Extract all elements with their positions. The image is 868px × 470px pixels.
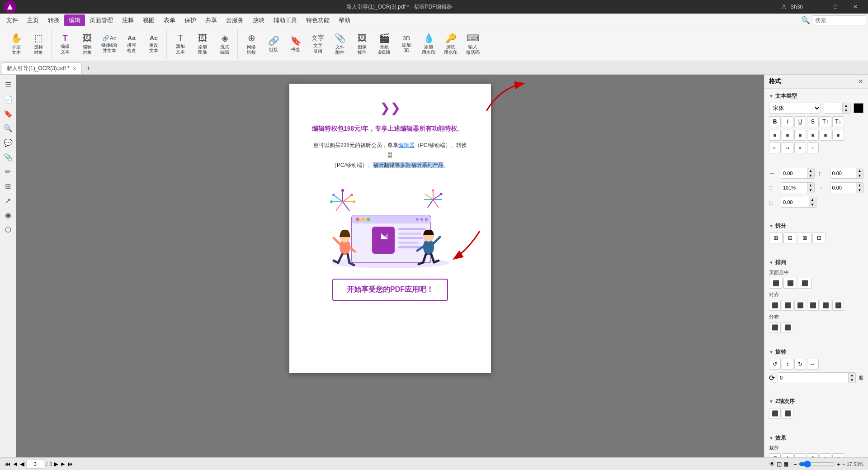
extra-up[interactable]: ▲ [809, 197, 816, 202]
crop-btn-5[interactable]: ⊞ [820, 453, 831, 457]
indent-button[interactable]: ↤ [769, 142, 781, 153]
align-btn-5[interactable]: ⬛ [820, 300, 831, 311]
maximize-button[interactable]: □ [826, 0, 844, 13]
last-page-button[interactable]: ⏭ [68, 461, 74, 467]
activate-button[interactable]: ⌨ 输入激活码 [462, 31, 484, 57]
test-watermark-button[interactable]: 🔑 测试用水印 [440, 31, 462, 57]
rotate-ccw[interactable]: ↺ [769, 359, 781, 370]
canvas-area[interactable]: ❯❯ 编辑特权包198元/年，专享上述编辑器所有功能特权。 更可以购买238元的… [16, 75, 764, 457]
split-btn-4[interactable]: ⊡ [812, 233, 826, 243]
split-btn-3[interactable]: ⊠ [798, 233, 811, 243]
indent-down[interactable]: ▼ [807, 173, 814, 178]
italic-button[interactable]: I [782, 116, 793, 127]
scale-up[interactable]: ▲ [807, 183, 814, 188]
image-mark-button[interactable]: 🖼 图像标注 [351, 31, 373, 57]
attachment-button[interactable]: 📎 文件附件 [329, 31, 351, 57]
first-page-button[interactable]: ⏮ [5, 461, 10, 467]
indent-value[interactable] [781, 168, 807, 178]
link-button[interactable]: 🔗 链接 [263, 31, 284, 57]
menu-special[interactable]: 特色功能 [302, 14, 334, 26]
comment-panel-button[interactable]: 💬 [2, 136, 14, 149]
bold-button[interactable]: B [769, 116, 781, 127]
distribute-h[interactable]: ⬛ [769, 322, 781, 333]
extra-value[interactable] [781, 197, 809, 207]
watermark-button[interactable]: 💧 添加用水印 [418, 31, 439, 57]
select-tool-button[interactable]: ⬚ 选择对象 [28, 31, 49, 57]
align-justify2-button[interactable]: ≡ [820, 130, 831, 141]
menu-present[interactable]: 放映 [248, 14, 269, 26]
next-page-button[interactable]: ▶ [54, 461, 58, 467]
menu-share[interactable]: 共享 [201, 14, 222, 26]
page-number-input[interactable] [26, 460, 44, 469]
indent-up[interactable]: ▲ [807, 168, 814, 173]
underline-button[interactable]: U [794, 116, 806, 127]
crop-btn-6[interactable]: ⊟ [832, 453, 844, 457]
text-ref-button[interactable]: 文字 文字引用 [307, 31, 329, 57]
distribute-v[interactable]: ⬛ [782, 322, 793, 333]
crop-btn-2[interactable]: ⬡ [782, 453, 793, 457]
scale-value[interactable] [781, 183, 807, 193]
crop-btn-3[interactable]: □ [794, 453, 806, 457]
spacing-down[interactable]: ▼ [856, 173, 863, 178]
close-button[interactable]: ✕ [846, 0, 864, 13]
link-merge-button[interactable]: 🔗Ac 链接&合并文本 [99, 31, 120, 57]
shift-down[interactable]: ▼ [856, 188, 863, 193]
align-btn-1[interactable]: ⬛ [769, 300, 781, 311]
flow-edit-button[interactable]: ◈ 流式编辑 [214, 31, 236, 57]
bring-front[interactable]: ⬛ [769, 408, 781, 419]
font-size-down[interactable]: ▼ [842, 108, 849, 113]
edit-object-button[interactable]: 🖼 编辑对象 [76, 31, 98, 57]
shift-value[interactable] [830, 183, 856, 193]
bookmark-panel-button[interactable]: 🔖 [2, 107, 14, 120]
menu-protect[interactable]: 保护 [180, 14, 201, 26]
split-btn-1[interactable]: ⊞ [769, 233, 783, 243]
menu-file[interactable]: 文件 [2, 14, 23, 26]
view-mode-2[interactable]: ◫ [777, 461, 782, 467]
change-text-button[interactable]: Ac 更改文本 [143, 31, 165, 57]
align-btn-4[interactable]: ⬛ [807, 300, 819, 311]
align-center-button[interactable]: ≡ [782, 130, 793, 141]
menu-assist[interactable]: 辅助工具 [269, 14, 302, 26]
rotate-cw[interactable]: ↻ [794, 359, 806, 370]
audio-video-button[interactable]: 🎬 音频&视频 [373, 31, 395, 57]
menu-help[interactable]: 帮助 [334, 14, 355, 26]
menu-cloud[interactable]: 云服务 [222, 14, 248, 26]
rotate-down[interactable]: ▼ [848, 378, 855, 383]
new-tab-button[interactable]: + [83, 62, 94, 74]
thumbnail-panel-button[interactable]: ☰ [2, 78, 14, 91]
strikethrough-button[interactable]: S [807, 116, 819, 127]
spell-check-button[interactable]: Aa 拼写检查 [121, 31, 142, 57]
text-color-button[interactable] [854, 103, 863, 113]
align-btn-2[interactable]: ⬛ [782, 300, 793, 311]
panel-close-button[interactable]: ✕ [858, 78, 863, 85]
menu-comment[interactable]: 注释 [118, 14, 138, 26]
page-center-h[interactable]: ⬛ [769, 278, 783, 289]
menu-page[interactable]: 页面管理 [85, 14, 118, 26]
page-center-v[interactable]: ⬛ [783, 278, 797, 289]
flip-h[interactable]: ↔ [807, 359, 819, 370]
rotate-up[interactable]: ▲ [848, 373, 855, 378]
list-button[interactable]: ≡ [794, 142, 806, 153]
crop-btn-1[interactable]: ◯ [769, 453, 781, 457]
font-size-up[interactable]: ▲ [842, 103, 849, 108]
zoom-out-button[interactable]: − [793, 461, 797, 468]
split-btn-2[interactable]: ⊟ [783, 233, 797, 243]
spacing-up[interactable]: ▲ [856, 168, 863, 173]
menu-convert[interactable]: 转换 [43, 14, 64, 26]
send-back[interactable]: ⬛ [782, 408, 793, 419]
flip-v[interactable]: ↕ [782, 359, 793, 370]
prev-page-button[interactable]: ◄ [12, 461, 18, 467]
search-panel-button[interactable]: 🔍 [2, 122, 14, 134]
search-input[interactable] [812, 15, 866, 25]
page-panel-button[interactable]: 📄 [2, 93, 14, 105]
stamp-panel-button[interactable]: ◉ [2, 209, 14, 221]
next-page-2-button[interactable]: ► [60, 461, 66, 467]
link-panel-button[interactable]: ⬡ [2, 223, 14, 236]
align-left-button[interactable]: ≡ [769, 130, 781, 141]
subscript-button[interactable]: T↓ [832, 116, 844, 127]
menu-form[interactable]: 表单 [159, 14, 180, 26]
align-right-button[interactable]: ≡ [794, 130, 806, 141]
menu-home[interactable]: 主页 [23, 14, 43, 26]
rotate-angle-input[interactable] [778, 373, 848, 383]
font-size-input[interactable]: 71.50 [824, 103, 842, 113]
